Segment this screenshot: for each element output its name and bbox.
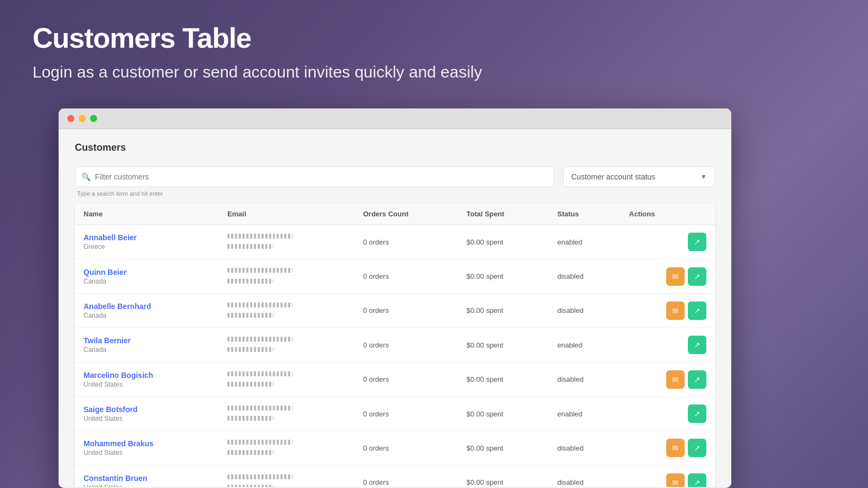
actions-cell: ✉ ↗ bbox=[629, 370, 706, 389]
cell-status: disabled bbox=[548, 293, 620, 328]
page-header: Customers Table Login as a customer or s… bbox=[0, 0, 868, 98]
cell-spent: $0.00 spent bbox=[458, 465, 549, 487]
cell-name: Constantin Bruen United States bbox=[75, 465, 219, 487]
cell-actions: ✉ ↗ bbox=[621, 465, 715, 487]
table-row: Marcelino Bogisich United States 0 order… bbox=[75, 362, 715, 396]
view-customer-button[interactable]: ↗ bbox=[688, 267, 706, 286]
col-orders: Orders Count bbox=[354, 203, 458, 225]
customer-name-link[interactable]: Marcelino Bogisich bbox=[84, 371, 153, 380]
browser-titlebar bbox=[59, 108, 731, 129]
col-actions: Actions bbox=[621, 203, 715, 225]
customer-name-link[interactable]: Annabell Beier bbox=[84, 233, 137, 242]
customer-name-link[interactable]: Mohammed Brakus bbox=[84, 439, 154, 448]
customer-location: Canada bbox=[84, 346, 210, 354]
status-dropdown[interactable]: Customer account status ▼ bbox=[563, 166, 715, 187]
cell-email bbox=[219, 431, 354, 465]
customer-name-link[interactable]: Anabelle Bernhard bbox=[84, 302, 151, 311]
col-status: Status bbox=[548, 203, 620, 225]
chevron-down-icon: ▼ bbox=[700, 173, 707, 181]
customer-name-link[interactable]: Saige Botsford bbox=[84, 405, 138, 414]
cell-spent: $0.00 spent bbox=[458, 259, 549, 293]
browser-dot-red[interactable] bbox=[67, 115, 74, 122]
page-background: Customers Table Login as a customer or s… bbox=[0, 0, 868, 98]
cell-email bbox=[219, 293, 354, 328]
view-customer-button[interactable]: ↗ bbox=[688, 473, 706, 487]
view-customer-button[interactable]: ↗ bbox=[688, 233, 706, 251]
view-customer-button[interactable]: ↗ bbox=[688, 301, 706, 320]
customers-table-wrapper: Name Email Orders Count Total Spent Stat… bbox=[75, 203, 715, 487]
section-title: Customers bbox=[75, 142, 715, 153]
search-input[interactable] bbox=[75, 166, 554, 187]
cell-name: Marcelino Bogisich United States bbox=[75, 362, 219, 396]
send-invite-button[interactable]: ✉ bbox=[666, 439, 685, 457]
status-badge: disabled bbox=[557, 444, 583, 452]
customer-location: United States bbox=[84, 449, 210, 457]
cell-actions: ↗ bbox=[621, 396, 715, 431]
cell-orders: 0 orders bbox=[354, 465, 458, 487]
actions-cell: ↗ bbox=[629, 233, 706, 251]
customer-email-blurred bbox=[227, 403, 346, 424]
cell-email bbox=[219, 362, 354, 396]
view-customer-button[interactable]: ↗ bbox=[688, 439, 706, 457]
cell-spent: $0.00 spent bbox=[458, 396, 549, 431]
table-row: Constantin Bruen United States 0 orders … bbox=[75, 465, 715, 487]
cell-orders: 0 orders bbox=[354, 259, 458, 293]
cell-actions: ✉ ↗ bbox=[621, 259, 715, 293]
customer-location: United States bbox=[84, 415, 210, 422]
cell-actions: ✉ ↗ bbox=[621, 431, 715, 465]
view-customer-button[interactable]: ↗ bbox=[688, 404, 706, 423]
cell-email bbox=[219, 225, 354, 259]
customer-name-link[interactable]: Twila Bernier bbox=[84, 336, 131, 345]
cell-actions: ↗ bbox=[621, 225, 715, 259]
customer-email-blurred bbox=[227, 232, 346, 252]
send-invite-button[interactable]: ✉ bbox=[666, 473, 685, 487]
cell-email bbox=[219, 396, 354, 431]
view-customer-button[interactable]: ↗ bbox=[688, 370, 706, 389]
status-badge: disabled bbox=[557, 375, 583, 383]
browser-dot-green[interactable] bbox=[90, 115, 97, 122]
actions-cell: ↗ bbox=[629, 336, 706, 354]
send-invite-button[interactable]: ✉ bbox=[666, 370, 685, 389]
send-invite-button[interactable]: ✉ bbox=[666, 267, 685, 286]
actions-cell: ✉ ↗ bbox=[629, 267, 706, 286]
customer-location: Greece bbox=[84, 243, 210, 251]
search-hint: Type a search term and hit enter bbox=[77, 190, 715, 197]
send-invite-button[interactable]: ✉ bbox=[666, 301, 685, 320]
customer-email-blurred bbox=[227, 266, 346, 286]
table-header-row: Name Email Orders Count Total Spent Stat… bbox=[75, 203, 715, 225]
app-content: Customers 🔍 Customer account status ▼ Ty… bbox=[59, 129, 731, 487]
cell-orders: 0 orders bbox=[354, 293, 458, 328]
cell-spent: $0.00 spent bbox=[458, 362, 549, 396]
cell-name: Annabell Beier Greece bbox=[75, 225, 219, 259]
cell-email bbox=[219, 259, 354, 293]
cell-status: enabled bbox=[548, 328, 620, 362]
cell-name: Twila Bernier Canada bbox=[75, 328, 219, 362]
cell-orders: 0 orders bbox=[354, 431, 458, 465]
table-row: Quinn Beier Canada 0 orders $0.00 spent … bbox=[75, 259, 715, 293]
actions-cell: ↗ bbox=[629, 404, 706, 423]
cell-orders: 0 orders bbox=[354, 328, 458, 362]
customer-email-blurred bbox=[227, 369, 346, 390]
cell-spent: $0.00 spent bbox=[458, 328, 549, 362]
cell-status: enabled bbox=[548, 396, 620, 431]
cell-orders: 0 orders bbox=[354, 362, 458, 396]
customer-email-blurred bbox=[227, 472, 346, 487]
page-title: Customers Table bbox=[33, 22, 835, 54]
customer-name-link[interactable]: Quinn Beier bbox=[84, 268, 126, 277]
customer-location: United States bbox=[84, 484, 210, 487]
search-icon: 🔍 bbox=[81, 172, 91, 181]
cell-email bbox=[219, 328, 354, 362]
table-row: Saige Botsford United States 0 orders $0… bbox=[75, 396, 715, 431]
cell-status: enabled bbox=[548, 225, 620, 259]
customer-name-link[interactable]: Constantin Bruen bbox=[84, 474, 147, 483]
col-spent: Total Spent bbox=[458, 203, 549, 225]
cell-spent: $0.00 spent bbox=[458, 293, 549, 328]
browser-window: Customers 🔍 Customer account status ▼ Ty… bbox=[59, 108, 731, 488]
cell-orders: 0 orders bbox=[354, 396, 458, 431]
customer-email-blurred bbox=[227, 300, 346, 321]
table-row: Anabelle Bernhard Canada 0 orders $0.00 … bbox=[75, 293, 715, 328]
status-badge: disabled bbox=[557, 272, 583, 280]
toolbar: 🔍 Customer account status ▼ bbox=[75, 166, 715, 187]
view-customer-button[interactable]: ↗ bbox=[688, 336, 706, 354]
browser-dot-yellow[interactable] bbox=[79, 115, 86, 122]
